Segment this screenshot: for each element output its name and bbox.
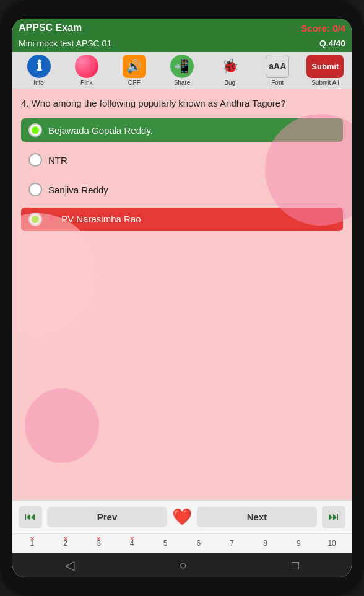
toolbar-font[interactable]: aAA Font xyxy=(255,55,300,86)
sound-label: OFF xyxy=(128,79,141,86)
prev-button[interactable]: Prev xyxy=(47,507,167,527)
first-icon: ⏮ xyxy=(25,511,36,524)
question-area: 4. Who among the following popularly kno… xyxy=(12,89,352,242)
q-num-7[interactable]: 7 xyxy=(216,537,248,550)
toolbar-share[interactable]: 📲 Share xyxy=(159,55,204,86)
first-button[interactable]: ⏮ xyxy=(19,506,42,528)
q-num-10[interactable]: 10 xyxy=(316,537,348,550)
toolbar-bug[interactable]: 🐞 Bug xyxy=(207,55,253,86)
q-num-6[interactable]: 6 xyxy=(183,537,215,550)
option-c[interactable]: Sanjiva Reddy xyxy=(21,178,343,201)
heart-button[interactable]: ❤️ xyxy=(172,507,192,527)
radio-d-inner xyxy=(32,216,39,223)
home-button[interactable]: ○ xyxy=(179,558,186,572)
info-label: Info xyxy=(33,79,44,86)
toolbar-sound[interactable]: 🔊 OFF xyxy=(111,55,157,86)
question-number: Q.4/40 xyxy=(319,38,345,48)
header-sub: Mini mock test APSC 01 Q.4/40 xyxy=(12,37,352,52)
score-display: Score: 0/4 xyxy=(301,23,345,33)
option-d[interactable]: ✕ PV Narasimha Rao xyxy=(21,208,343,231)
question-numbers: 1 2 3 4 5 6 7 8 9 10 xyxy=(12,533,352,553)
app-title: APPSC Exam xyxy=(19,22,82,33)
q-num-1[interactable]: 1 xyxy=(16,537,48,550)
next-button[interactable]: Next xyxy=(197,507,317,527)
next-label: Next xyxy=(247,512,267,522)
content-area: 4. Who among the following popularly kno… xyxy=(12,89,352,500)
bug-label: Bug xyxy=(224,79,235,86)
back-button[interactable]: ◁ xyxy=(65,558,74,572)
toolbar-pink[interactable]: Pink xyxy=(64,55,109,86)
radio-a xyxy=(28,123,42,137)
font-icon: aAA xyxy=(266,55,289,78)
recent-button[interactable]: □ xyxy=(292,558,299,572)
option-b-text: NTR xyxy=(48,155,67,165)
x-mark: ✕ xyxy=(48,214,59,224)
radio-d xyxy=(28,213,42,226)
prev-label: Prev xyxy=(97,512,118,522)
q-num-9[interactable]: 9 xyxy=(282,537,314,550)
option-a-text: Bejawada Gopala Reddy. xyxy=(48,125,153,136)
radio-a-inner xyxy=(32,126,39,134)
radio-b xyxy=(28,153,42,167)
last-icon: ⏭ xyxy=(328,511,339,524)
toolbar-info[interactable]: ℹ Info xyxy=(16,55,61,86)
q-num-4[interactable]: 4 xyxy=(116,537,148,550)
question-text: 4. Who among the following popularly kno… xyxy=(21,97,343,110)
option-b[interactable]: NTR xyxy=(21,148,343,172)
q-num-3[interactable]: 3 xyxy=(83,537,115,550)
q-num-5[interactable]: 5 xyxy=(149,537,181,550)
heart-icon: ❤️ xyxy=(172,507,192,527)
bottom-nav: ⏮ Prev ❤️ Next ⏭ xyxy=(12,500,352,533)
info-icon: ℹ xyxy=(27,55,51,78)
pink-label: Pink xyxy=(80,79,92,86)
last-button[interactable]: ⏭ xyxy=(322,506,345,528)
header-top: APPSC Exam Score: 0/4 xyxy=(12,19,352,37)
option-c-text: Sanjiva Reddy xyxy=(48,185,108,195)
share-label: Share xyxy=(174,79,191,86)
option-d-text: ✕ PV Narasimha Rao xyxy=(48,214,141,225)
q-num-2[interactable]: 2 xyxy=(50,537,82,550)
q-num-8[interactable]: 8 xyxy=(249,537,282,550)
test-subtitle: Mini mock test APSC 01 xyxy=(19,38,111,48)
system-bar: ◁ ○ □ xyxy=(12,553,352,577)
bug-icon: 🐞 xyxy=(218,55,241,78)
pink-icon xyxy=(75,55,98,78)
submit-label: Submit All xyxy=(311,79,339,86)
question-number-inline: 4. xyxy=(21,98,32,108)
option-a[interactable]: Bejawada Gopala Reddy. xyxy=(21,118,343,142)
font-label: Font xyxy=(271,79,284,86)
toolbar-submit[interactable]: Submit Submit All xyxy=(303,55,348,86)
radio-c xyxy=(28,183,42,196)
submit-icon: Submit xyxy=(306,55,344,78)
share-icon: 📲 xyxy=(170,55,194,78)
sound-icon: 🔊 xyxy=(123,55,146,78)
toolbar: ℹ Info Pink 🔊 OFF 📲 Share 🐞 Bug aAA Fo xyxy=(12,52,352,89)
